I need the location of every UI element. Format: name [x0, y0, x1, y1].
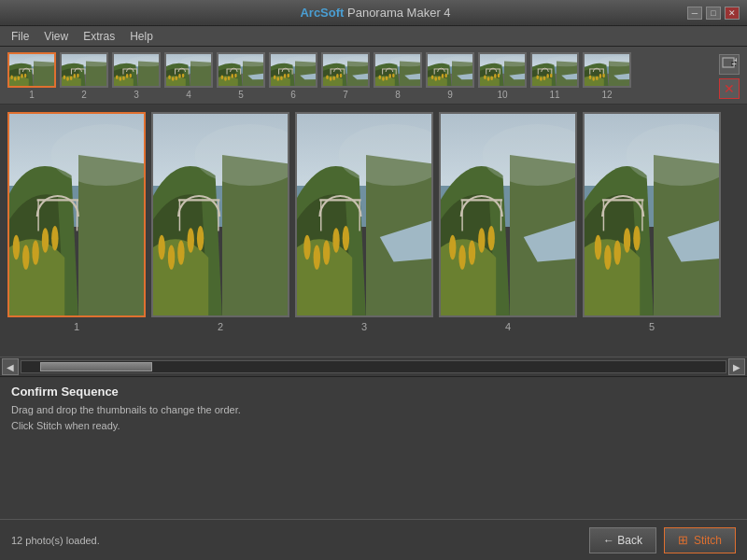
main-image-4[interactable] [439, 112, 577, 317]
top-thumb-2[interactable]: 2 [60, 52, 108, 100]
menu-extras[interactable]: Extras [76, 28, 122, 45]
app-title-arcsoft: ArcSoft [300, 6, 344, 20]
main-label-3: 3 [361, 321, 367, 332]
add-icon: + + [722, 57, 737, 72]
main-photo-2[interactable]: 2 [151, 112, 289, 332]
thumb-label-6: 6 [290, 90, 296, 100]
thumb-image-12[interactable] [583, 52, 631, 88]
close-button[interactable]: ✕ [725, 7, 740, 20]
thumb-label-10: 10 [497, 90, 507, 100]
top-thumb-10[interactable]: 10 [478, 52, 527, 100]
main-photo-4[interactable]: 4 [439, 112, 577, 332]
thumb-label-7: 7 [343, 90, 348, 100]
thumb-image-9[interactable] [426, 52, 474, 88]
top-thumb-12[interactable]: 12 [583, 52, 631, 100]
top-thumb-5[interactable]: 5 [217, 52, 265, 100]
thumb-image-8[interactable] [374, 52, 422, 88]
thumb-label-1: 1 [29, 90, 35, 100]
confirm-line1: Drag and drop the thumbnails to change t… [11, 402, 736, 418]
thumb-label-5: 5 [238, 90, 244, 100]
top-thumb-8[interactable]: 8 [374, 52, 422, 100]
thumb-image-1[interactable] [7, 52, 56, 88]
top-thumb-7[interactable]: 7 [321, 52, 370, 100]
main-image-2[interactable] [151, 112, 289, 317]
main-photo-3[interactable]: 3 [295, 112, 433, 332]
top-thumb-6[interactable]: 6 [269, 52, 317, 100]
main-image-5[interactable] [583, 112, 721, 317]
main-label-4: 4 [505, 321, 511, 332]
confirm-title: Confirm Sequence [11, 385, 736, 399]
confirm-line2: Click Stitch when ready. [11, 418, 736, 434]
thumb-label-9: 9 [447, 90, 453, 100]
top-thumb-1[interactable]: 1 [7, 52, 56, 100]
titlebar: ArcSoft Panorama Maker 4 ─ □ ✕ [0, 0, 747, 26]
stitch-button[interactable]: ⊞ Stitch [664, 527, 736, 553]
thumb-image-3[interactable] [112, 52, 161, 88]
menu-help[interactable]: Help [122, 28, 161, 45]
thumb-image-2[interactable] [60, 52, 108, 88]
add-photos-button[interactable]: + + [719, 54, 740, 75]
remove-photos-button[interactable]: ✕ [719, 78, 740, 99]
thumb-image-11[interactable] [530, 52, 579, 88]
scroll-left-button[interactable]: ◀ [2, 358, 19, 375]
stitch-icon: ⊞ [678, 533, 688, 547]
minimize-button[interactable]: ─ [687, 7, 702, 20]
thumb-label-12: 12 [601, 90, 612, 100]
main-photos-row: 12345 [7, 112, 721, 349]
thumb-label-2: 2 [81, 90, 87, 100]
menu-view[interactable]: View [36, 28, 76, 45]
thumb-image-6[interactable] [269, 52, 317, 88]
strip-action-icons: + + ✕ [719, 54, 740, 99]
main-photo-area: 12345 [0, 105, 747, 357]
stitch-label: Stitch [694, 534, 722, 547]
app-title-rest: Panorama Maker 4 [344, 6, 450, 20]
main-photo-1[interactable]: 1 [7, 112, 146, 332]
top-thumb-11[interactable]: 11 [530, 52, 579, 100]
thumbnail-strip: 123456789101112 + + ✕ [0, 47, 747, 105]
main-image-3[interactable] [295, 112, 433, 317]
back-button[interactable]: ← Back [589, 527, 656, 553]
top-thumb-4[interactable]: 4 [164, 52, 213, 100]
thumb-label-4: 4 [186, 90, 191, 100]
horizontal-scrollbar[interactable]: ◀ ▶ [0, 357, 747, 377]
thumbnails-row: 123456789101112 [7, 52, 631, 100]
thumb-image-5[interactable] [217, 52, 265, 88]
main-label-1: 1 [74, 321, 79, 332]
window-controls: ─ □ ✕ [687, 7, 740, 20]
main-photo-5[interactable]: 5 [583, 112, 721, 332]
menubar: File View Extras Help [0, 26, 747, 47]
scroll-track[interactable] [21, 360, 726, 373]
main-label-2: 2 [218, 321, 223, 332]
bottom-bar: 12 photo(s) loaded. ← Back ⊞ Stitch [0, 519, 747, 560]
scroll-thumb[interactable] [40, 362, 152, 371]
main-label-5: 5 [649, 321, 655, 332]
main-image-1[interactable] [7, 112, 146, 317]
thumb-image-7[interactable] [321, 52, 370, 88]
top-thumb-9[interactable]: 9 [426, 52, 474, 100]
menu-file[interactable]: File [4, 28, 36, 45]
scroll-right-button[interactable]: ▶ [728, 358, 745, 375]
status-text: 12 photo(s) loaded. [11, 535, 582, 546]
app-title: ArcSoft Panorama Maker 4 [63, 6, 687, 20]
thumb-label-8: 8 [395, 90, 401, 100]
thumb-label-11: 11 [549, 90, 559, 100]
thumb-label-3: 3 [134, 90, 139, 100]
info-area: Confirm Sequence Drag and drop the thumb… [0, 377, 747, 437]
thumb-image-4[interactable] [164, 52, 213, 88]
maximize-button[interactable]: □ [706, 7, 721, 20]
svg-text:+: + [732, 60, 737, 69]
top-thumb-3[interactable]: 3 [112, 52, 161, 100]
confirm-description: Drag and drop the thumbnails to change t… [11, 402, 736, 433]
thumb-image-10[interactable] [478, 52, 527, 88]
